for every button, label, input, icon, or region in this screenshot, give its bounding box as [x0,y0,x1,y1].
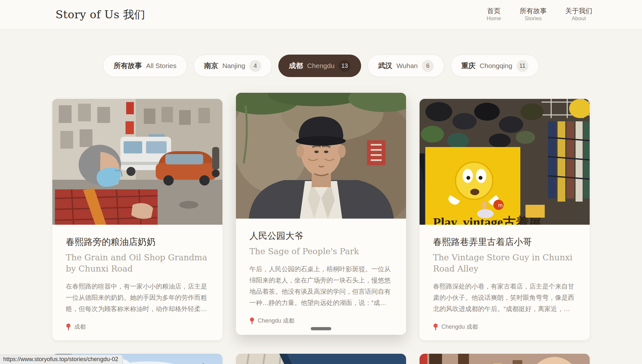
filter-chengdu-count-badge: 13 [339,60,351,72]
scooter-shape [212,147,220,177]
story-photo-shop-person[interactable] [420,354,590,364]
filter-wuhan-count-badge: 6 [422,60,434,72]
filter-wuhan-en: Wuhan [396,62,418,70]
filter-nanjing-en: Nanjing [222,62,245,70]
card-drag-handle[interactable] [311,327,331,330]
filter-chongqing-count-badge: 11 [516,60,528,72]
story-location-label: Chengdu 成都 [441,323,478,331]
story-title-zh: 春熙路巷弄里古着店小哥 [433,236,576,248]
story-card-vintage-store-guy[interactable]: m Play, vintage古着屋 春熙路巷弄里古着店小哥 The Vinta… [420,99,590,340]
nav-about-en: About [565,15,592,22]
filter-all-en: All Stories [146,62,177,70]
filter-chengdu-en: Chengdu [307,62,334,70]
story-card-grid: 春熙路旁的粮油店奶奶 The Grain and Oil Shop Grandm… [52,99,590,340]
photo-shop-person-illustration [420,354,590,364]
map-pin-icon [66,323,71,331]
story-title-en: The Vintage Store Guy in Chunxi Road All… [433,252,576,274]
photo-vintage-store-illustration: m Play, vintage古着屋 [420,99,590,225]
story-photo-building-awning[interactable] [236,354,406,364]
filter-chengdu-zh: 成都 [289,61,303,71]
story-excerpt: 午后，人民公园的石桌上，梧桐叶影斑驳。一位从绵阳来的老人，坐在广场旁的一块石头上… [249,264,393,308]
story-card-next-2[interactable] [236,354,406,364]
filter-all-zh: 所有故事 [114,61,142,71]
svg-text:m: m [498,203,502,208]
fabric-strips-shapes [548,121,590,202]
story-title-zh: 人民公园大爷 [249,230,393,242]
nav-item-stories[interactable]: 所有故事 Stories [520,7,547,22]
site-logo[interactable]: Story of Us 我们 [56,7,145,22]
story-card-body: 人民公园大爷 The Sage of People's Park 午后，人民公园… [236,219,406,335]
main-nav: 首页 Home 所有故事 Stories 关于我们 About [487,7,592,22]
story-card-next-3[interactable] [420,354,590,364]
story-excerpt: 春熙路深处的小巷，有家古着店，店主是个来自甘肃的小伙子。他说话爽朗，笑时眼角弯弯… [433,281,576,315]
site-header: Story of Us 我们 首页 Home 所有故事 Stories 关于我们… [0,0,642,30]
story-title-en: The Grain and Oil Shop Grandma by Chunxi… [66,252,209,274]
vintage-sign-text: Play, vintage古着屋 [433,215,542,225]
filter-chengdu-active[interactable]: 成都 Chengdu 13 [278,55,361,77]
story-card-peoples-park-sage[interactable]: 人民公园大爷 The Sage of People's Park 午后，人民公园… [236,93,406,335]
story-photo-vintage-store[interactable]: m Play, vintage古着屋 [420,99,590,225]
price-tag-shape [525,205,545,218]
story-card-grain-oil-grandma[interactable]: 春熙路旁的粮油店奶奶 The Grain and Oil Shop Grandm… [52,99,222,340]
story-title-zh: 春熙路旁的粮油店奶奶 [66,236,209,248]
filter-chongqing-zh: 重庆 [461,61,475,71]
filter-all-stories[interactable]: 所有故事 All Stories [103,55,187,77]
story-location-label: Chengdu 成都 [258,317,294,325]
story-card-body: 春熙路旁的粮油店奶奶 The Grain and Oil Shop Grandm… [52,225,222,340]
story-photo-park-elder[interactable] [236,93,406,219]
red-sign-shape [367,140,386,165]
story-title-en: The Sage of People's Park [249,246,393,257]
nav-item-home[interactable]: 首页 Home [487,7,501,22]
city-filter-bar: 所有故事 All Stories 南京 Nanjing 4 成都 Chengdu… [0,55,642,77]
clothes-rack-shape [420,153,425,225]
map-pin-icon [249,317,255,325]
filter-nanjing[interactable]: 南京 Nanjing 4 [194,55,272,77]
story-photo-grandma-street[interactable] [52,99,222,225]
map-pin-icon [433,323,438,331]
story-location: Chengdu 成都 [433,323,576,331]
story-card-body: 春熙路巷弄里古着店小哥 The Vintage Store Guy in Chu… [420,225,590,340]
nav-about-zh: 关于我们 [565,7,592,15]
filter-wuhan-zh: 武汉 [378,61,392,71]
filter-chongqing-en: Chongqing [480,62,512,70]
filter-nanjing-zh: 南京 [204,61,218,71]
story-location-label: 成都 [74,323,86,331]
story-card-grid-row2 [52,354,590,364]
nav-home-zh: 首页 [487,7,501,15]
nav-stories-en: Stories [520,15,547,22]
link-preview-statusbar: https://www.storyofus.top/stories/chengd… [0,355,123,364]
story-excerpt: 在春熙路的喧嚣中，有一家小小的粮油店，店主是一位从德阳来的奶奶。她的手因为多年的… [66,281,209,315]
filter-chongqing[interactable]: 重庆 Chongqing 11 [451,55,539,77]
nav-item-about[interactable]: 关于我们 About [565,7,592,22]
nav-home-en: Home [487,15,501,22]
photo-building-awning-illustration [236,354,406,364]
story-location: Chengdu 成都 [249,317,393,325]
photo-grandma-street-illustration [52,99,222,225]
nav-stories-zh: 所有故事 [520,7,547,15]
photo-park-elder-illustration [236,93,406,219]
filter-nanjing-count-badge: 4 [249,60,261,72]
filter-wuhan[interactable]: 武汉 Wuhan 6 [368,55,444,77]
story-location: 成都 [66,323,209,331]
